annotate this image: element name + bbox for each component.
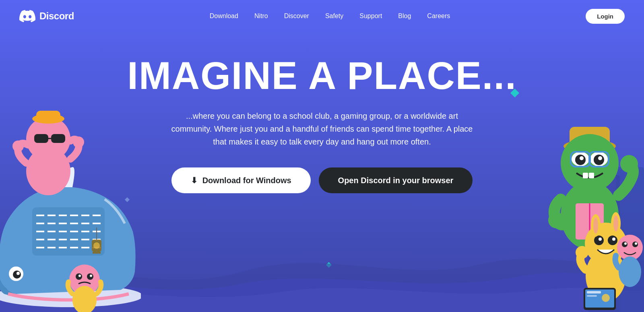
svg-rect-28 — [93, 252, 101, 254]
discord-logo-icon — [19, 8, 35, 24]
svg-point-22 — [78, 275, 81, 277]
nav-link-safety[interactable]: Safety — [325, 12, 343, 19]
nav-link-careers[interactable]: Careers — [427, 12, 450, 19]
nav-link-support[interactable]: Support — [359, 12, 382, 19]
svg-point-55 — [612, 238, 615, 241]
hero-section: IMAGINE A PLACE... ...where you can belo… — [0, 32, 644, 193]
svg-point-66 — [635, 242, 637, 245]
hero-title: IMAGINE A PLACE... — [0, 56, 644, 95]
svg-point-72 — [602, 294, 610, 302]
login-button[interactable]: Login — [586, 9, 625, 24]
svg-point-23 — [90, 275, 92, 277]
svg-point-49 — [548, 212, 564, 228]
download-icon: ⬇ — [191, 176, 198, 185]
nav-link-nitro[interactable]: Nitro — [254, 12, 268, 19]
svg-point-67 — [619, 256, 641, 287]
page-wrapper: Discord Download Nitro Discover Safety S… — [0, 0, 644, 312]
download-windows-button[interactable]: ⬇ Download for Windows — [171, 167, 311, 193]
hero-subtitle: ...where you can belong to a school club… — [169, 110, 475, 148]
svg-rect-70 — [587, 291, 601, 293]
download-windows-label: Download for Windows — [202, 176, 291, 185]
nav-brand: Discord — [19, 8, 74, 24]
svg-point-60 — [576, 246, 588, 259]
svg-point-65 — [624, 242, 627, 245]
nav-links-container: Download Nitro Discover Safety Support B… — [210, 12, 450, 20]
nav-link-download[interactable]: Download — [210, 12, 238, 19]
navbar: Discord Download Nitro Discover Safety S… — [0, 0, 644, 32]
hero-buttons: ⬇ Download for Windows Open Discord in y… — [0, 167, 644, 193]
nav-link-blog[interactable]: Blog — [398, 12, 411, 19]
nav-link-discover[interactable]: Discover — [284, 12, 309, 19]
discord-logo-link[interactable]: Discord — [19, 8, 74, 24]
svg-point-53 — [608, 236, 617, 245]
svg-point-54 — [599, 238, 602, 241]
svg-point-8 — [13, 271, 21, 279]
discord-brand-name: Discord — [39, 10, 74, 22]
open-browser-button[interactable]: Open Discord in your browser — [319, 167, 473, 193]
svg-point-9 — [17, 272, 20, 275]
svg-point-27 — [93, 242, 100, 249]
svg-point-57 — [593, 217, 598, 233]
nav-links-list: Download Nitro Discover Safety Support B… — [210, 12, 450, 20]
svg-point-59 — [613, 215, 618, 231]
svg-point-52 — [594, 236, 604, 245]
svg-rect-71 — [587, 295, 597, 297]
